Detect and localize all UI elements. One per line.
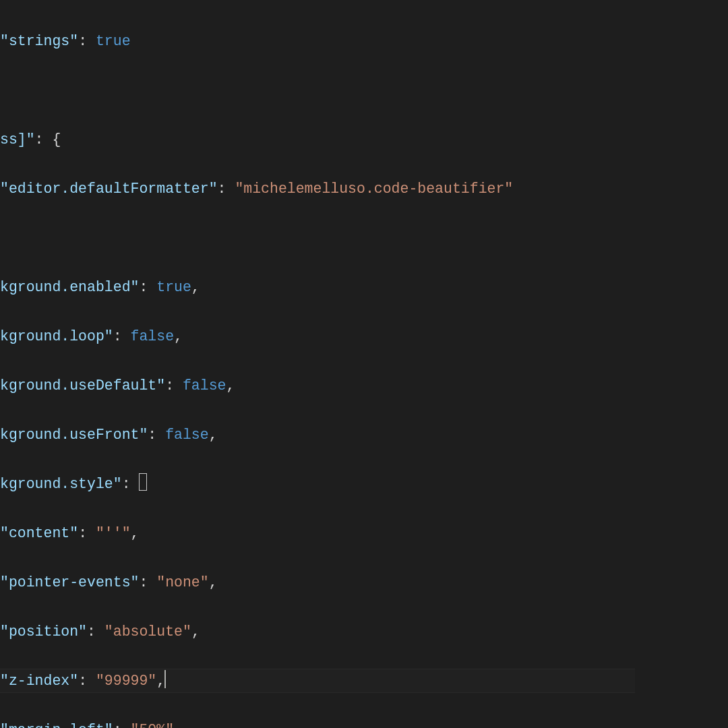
json-key: "strings": [0, 33, 78, 49]
colon: :: [35, 131, 53, 148]
json-boolean: false: [183, 377, 226, 394]
brace-open: {: [52, 131, 61, 148]
code-line[interactable]: kground.enabled": true,: [0, 275, 635, 300]
colon: :: [148, 427, 165, 443]
colon: :: [122, 476, 140, 492]
json-key: kground.useFront": [0, 427, 148, 443]
code-line[interactable]: kground.loop": false,: [0, 324, 635, 349]
code-line-active[interactable]: "z-index": "99999",: [0, 669, 635, 694]
json-boolean: false: [165, 427, 209, 443]
bracket-outline-icon: [139, 473, 147, 491]
json-key: "content": [0, 525, 78, 541]
json-string: "michelemelluso.code-beautifier": [235, 181, 513, 197]
json-key: kground.enabled": [0, 279, 139, 295]
code-line[interactable]: "strings": true: [0, 29, 635, 54]
json-key: "z-index": [0, 673, 78, 689]
code-line[interactable]: [0, 78, 635, 103]
colon: :: [218, 181, 235, 197]
code-editor[interactable]: "strings": true ss]": { "editor.defaultF…: [0, 0, 635, 728]
json-boolean: false: [131, 328, 175, 344]
comma: ,: [209, 574, 218, 590]
code-line[interactable]: "pointer-events": "none",: [0, 570, 635, 595]
code-line[interactable]: kground.style":: [0, 472, 635, 497]
comma: ,: [191, 279, 200, 295]
json-string: "50%": [131, 722, 175, 729]
code-line[interactable]: ss]": {: [0, 127, 635, 152]
json-key: ss]": [0, 131, 35, 148]
colon: :: [78, 673, 96, 689]
colon: :: [78, 525, 96, 541]
json-string: "absolute": [104, 624, 191, 640]
json-string: "none": [156, 574, 208, 590]
json-key: kground.useDefault": [0, 377, 165, 394]
code-line[interactable]: "position": "absolute",: [0, 619, 635, 644]
colon: :: [87, 624, 104, 640]
json-string: "99999": [96, 673, 156, 689]
code-line[interactable]: kground.useFront": false,: [0, 423, 635, 448]
code-line[interactable]: "content": "''",: [0, 521, 635, 546]
comma: ,: [191, 624, 200, 640]
code-line[interactable]: "editor.defaultFormatter": "michelemellu…: [0, 177, 635, 202]
colon: :: [78, 33, 96, 49]
colon: :: [165, 377, 183, 394]
json-boolean: true: [156, 279, 191, 295]
json-key: kground.loop": [0, 328, 113, 344]
comma: ,: [174, 722, 183, 729]
json-key: "editor.defaultFormatter": [0, 181, 218, 197]
json-key: kground.style": [0, 476, 122, 492]
comma: ,: [131, 525, 140, 541]
comma: ,: [174, 328, 183, 344]
colon: :: [113, 722, 131, 729]
colon: :: [139, 279, 156, 295]
text-cursor-icon: [164, 670, 166, 688]
json-key: "pointer-events": [0, 574, 139, 590]
code-line[interactable]: kground.useDefault": false,: [0, 373, 635, 398]
json-key: "margin-left": [0, 722, 113, 729]
code-line[interactable]: [0, 226, 635, 251]
json-boolean: true: [96, 33, 131, 49]
colon: :: [113, 328, 131, 344]
comma: ,: [209, 427, 218, 443]
code-line[interactable]: "margin-left": "50%",: [0, 718, 635, 729]
json-string: "''": [96, 525, 131, 541]
comma: ,: [226, 377, 235, 394]
json-key: "position": [0, 624, 87, 640]
colon: :: [139, 574, 156, 590]
